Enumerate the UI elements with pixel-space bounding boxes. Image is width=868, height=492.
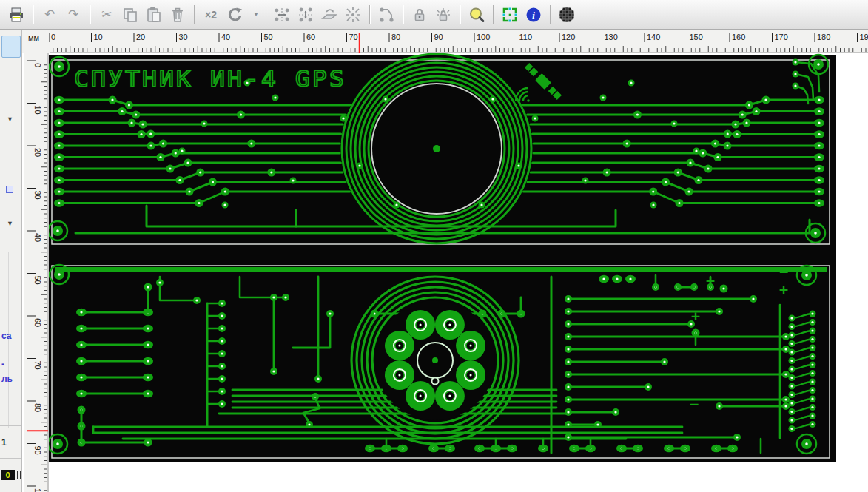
svg-text:190: 190 [860,33,868,41]
undo-button[interactable]: ↶ [39,4,60,25]
svg-text:70: 70 [349,33,358,41]
lock-icon [411,6,428,24]
svg-text:80: 80 [33,403,42,412]
copy-button[interactable] [120,4,141,25]
ruler-unit-label: мм [22,30,49,53]
info-button[interactable]: i [523,4,544,25]
duplicate-x2-button[interactable]: ×2 [201,4,221,25]
copy-icon [121,6,139,24]
redo-icon: ↷ [68,7,78,22]
svg-text:0: 0 [33,63,42,67]
pcb-canvas[interactable]: СПУТНИК ИН-4 GPS++−−+ [49,53,868,492]
paste-button[interactable] [144,4,164,25]
toolbar-separator [493,5,494,24]
zoom-tool-button[interactable] [466,4,487,25]
mirror-horizontal-icon [273,6,291,24]
layer-value: 0 [1,470,15,480]
svg-text:i: i [532,10,535,21]
mirror-horizontal-button[interactable] [272,4,292,25]
duplicate-x2-icon: ×2 [205,9,217,21]
flip-board-button[interactable] [319,4,340,25]
panel-label-fragment: - [1,359,4,369]
svg-text:20: 20 [33,148,42,157]
svg-text:120: 120 [562,33,575,41]
svg-text:90: 90 [33,446,42,455]
capture-area-icon [501,6,519,24]
panel-label-fragment: 1 [1,437,7,448]
polarity-minus-label: − [779,263,788,280]
layer-bars-icon [17,471,21,479]
panel-swatch[interactable] [1,36,21,58]
capture-area-button[interactable] [499,4,520,25]
svg-text:50: 50 [264,33,273,41]
svg-text:90: 90 [434,33,443,41]
lock-button[interactable] [409,4,430,25]
lock-auto-icon [434,6,452,24]
redo-button[interactable]: ↷ [63,4,84,25]
panel-separator [0,425,21,426]
toolbar-separator [369,5,370,24]
print-button[interactable] [6,4,27,25]
svg-text:30: 30 [179,33,188,41]
panel-dropdown-arrow[interactable]: ▼ [7,115,13,123]
svg-text:60: 60 [33,318,42,327]
layer-indicator[interactable]: 0 [1,470,21,480]
left-panel: ▼▼са-ль10 [0,30,22,492]
panel-label-fragment: са [1,331,12,341]
svg-text:30: 30 [33,191,42,200]
photo-view-icon [558,6,576,24]
lock-auto-button[interactable] [433,4,454,25]
delete-button[interactable] [167,4,188,25]
cut-icon: ✂ [101,7,112,22]
toolbar-separator [194,5,195,24]
toolbar-separator [460,5,460,24]
rotate-icon [226,6,243,24]
svg-text:160: 160 [732,33,745,41]
svg-text:180: 180 [817,33,830,41]
pcb-cad-app: { "toolbar": { "items": [ {"name":"print… [0,0,868,492]
horizontal-ruler: 0102030405060708090100110120130140150160… [49,30,868,53]
svg-text:80: 80 [391,33,400,41]
rotate-options-icon: ▼ [253,11,263,18]
toolbar-separator [550,5,551,24]
polarity-plus-label: + [691,307,700,325]
svg-text:60: 60 [306,33,315,41]
delete-icon [169,6,186,24]
panel-label-fragment: ль [1,374,13,384]
panel-separator [0,458,21,459]
svg-text:50: 50 [33,276,42,285]
panel-dropdown-arrow[interactable]: ▼ [7,220,13,227]
flip-board-icon [320,6,338,24]
polarity-plus-label: + [779,280,788,298]
svg-text:100: 100 [33,488,42,492]
toolbar-separator [403,5,403,24]
paste-icon [145,6,163,24]
print-icon [7,6,25,24]
rotate-button[interactable] [224,4,245,25]
toolbar-separator [90,5,90,24]
mirror-vertical-button[interactable] [295,4,316,25]
rotate-options-button[interactable]: ▼ [248,4,269,25]
svg-text:40: 40 [221,33,230,41]
svg-text:130: 130 [605,33,618,41]
route-connect-button[interactable] [376,4,397,25]
svg-text:70: 70 [33,361,42,370]
photo-view-button[interactable] [556,4,577,25]
cut-button[interactable]: ✂ [96,4,117,25]
panel-mini-icon[interactable] [6,186,13,193]
align-center-button[interactable] [343,4,363,25]
svg-text:10: 10 [94,33,103,41]
zoom-tool-icon [468,6,485,24]
board-title: СПУТНИК ИН-4 GPS [74,65,346,92]
svg-text:100: 100 [477,33,490,41]
polarity-minus-label: − [690,395,699,413]
svg-text:170: 170 [775,33,788,41]
svg-text:20: 20 [136,33,145,41]
pcb-artwork: СПУТНИК ИН-4 GPS++−−+ [49,54,836,462]
svg-text:140: 140 [647,33,660,41]
svg-text:10: 10 [33,106,42,115]
svg-text:40: 40 [33,233,42,242]
toolbar: ↶↷✂×2▼i [0,0,868,30]
svg-text:0: 0 [51,33,55,41]
svg-text:150: 150 [690,33,703,41]
